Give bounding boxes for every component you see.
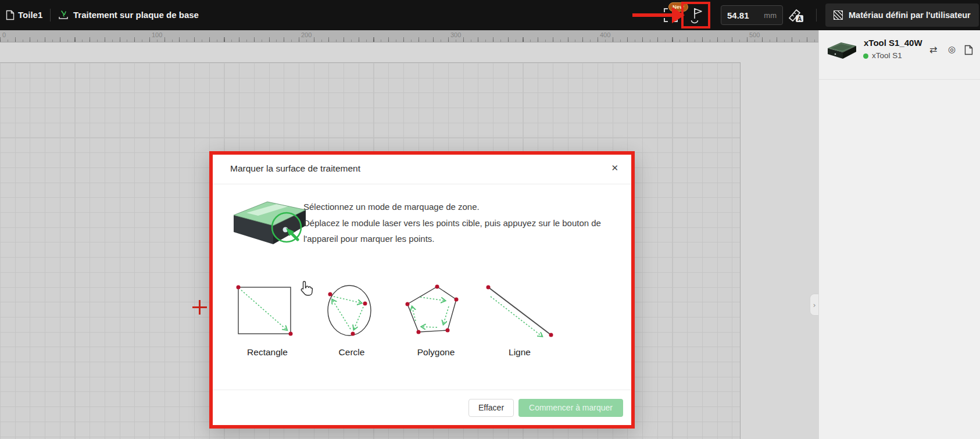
switch-device-icon[interactable]: ⇄: [929, 44, 937, 55]
start-marking-button[interactable]: Commencer à marquer: [518, 399, 623, 417]
app-window: Toile1 Traitement sur plaque de base New…: [0, 0, 980, 439]
line-mode-icon: [485, 281, 555, 340]
instruction-line: l'appareil pour marquer les points.: [303, 231, 624, 247]
annotation-highlight-box: [681, 2, 710, 28]
mode-option-polygon[interactable]: Polygone: [401, 281, 471, 358]
circle-mode-icon: [317, 281, 387, 340]
horizontal-ruler: 0 100 200 300 400 500: [0, 30, 818, 42]
document-icon: [6, 10, 15, 20]
instruction-line: Déplacez le module laser vers les points…: [303, 215, 624, 231]
panel-collapse-handle[interactable]: ›: [810, 294, 818, 316]
canvas-tab[interactable]: Toile1: [18, 0, 42, 30]
device-status-label: xTool S1: [872, 51, 902, 60]
material-button-label: Matériau défini par l'utilisateur: [849, 10, 971, 20]
ruler-label: 500: [749, 31, 760, 38]
device-name: xTool S1_40W: [864, 38, 922, 48]
dialog-footer: Effacer Commencer à marquer: [213, 390, 631, 425]
dialog-instructions: Sélectionnez un mode de marquage de zone…: [303, 199, 624, 247]
device-sidebar: xTool S1_40W xTool S1 ⇄ ◎: [818, 30, 980, 439]
device-settings-icon[interactable]: ◎: [948, 44, 956, 55]
dialog-header: Marquer la surface de traitement ✕: [213, 155, 631, 184]
processing-mode-label[interactable]: Traitement sur plaque de base: [73, 0, 199, 30]
mode-label: Ligne: [485, 347, 555, 358]
base-plate-icon: [57, 9, 70, 22]
svg-text:A: A: [797, 16, 802, 22]
device-thumbnail: [826, 40, 857, 62]
focus-height-unit: mm: [764, 11, 777, 20]
toolbar-divider: [816, 9, 817, 22]
ruler-major-ticks: [0, 37, 818, 42]
polygon-mode-icon: [401, 281, 471, 340]
dialog-title: Marquer la surface de traitement: [230, 163, 360, 174]
auto-measure-icon[interactable]: A: [787, 8, 804, 23]
instruction-line: Sélectionnez un mode de marquage de zone…: [303, 199, 624, 215]
ruler-label: 100: [152, 31, 162, 38]
ruler-label: 200: [301, 31, 312, 38]
rectangle-mode-icon: [233, 281, 302, 340]
mark-surface-dialog: Marquer la surface de traitement ✕ Sélec…: [209, 151, 635, 429]
annotation-cross-marker: [199, 300, 201, 315]
chevron-right-icon: ›: [813, 301, 816, 309]
ruler-label: 0: [2, 31, 6, 38]
material-selector-button[interactable]: Matériau défini par l'utilisateur: [825, 3, 979, 27]
focus-height-input[interactable]: 54.81 mm: [721, 5, 783, 25]
hand-cursor: [299, 280, 314, 297]
mode-label: Polygone: [401, 347, 471, 358]
clear-button[interactable]: Effacer: [468, 399, 514, 417]
mode-option-line[interactable]: Ligne: [485, 281, 555, 358]
device-status-dot: [863, 53, 868, 59]
laser-machine-illustration: [229, 197, 312, 250]
mode-option-rectangle[interactable]: Rectangle: [233, 281, 302, 358]
annotation-arrow-line: [632, 13, 673, 17]
ruler-label: 300: [450, 31, 461, 38]
device-row[interactable]: xTool S1_40W xTool S1 ⇄ ◎: [819, 30, 980, 80]
close-icon[interactable]: ✕: [611, 163, 618, 173]
ruler-label: 400: [600, 31, 610, 38]
mode-label: Rectangle: [233, 347, 302, 358]
material-hatch-icon: [834, 10, 843, 20]
toolbar-divider: [50, 9, 51, 22]
focus-height-value[interactable]: 54.81: [727, 10, 749, 20]
top-toolbar: Toile1 Traitement sur plaque de base New…: [0, 0, 980, 30]
mode-option-circle[interactable]: Cercle: [317, 281, 387, 358]
device-file-icon[interactable]: [964, 45, 973, 55]
mode-label: Cercle: [317, 347, 387, 358]
